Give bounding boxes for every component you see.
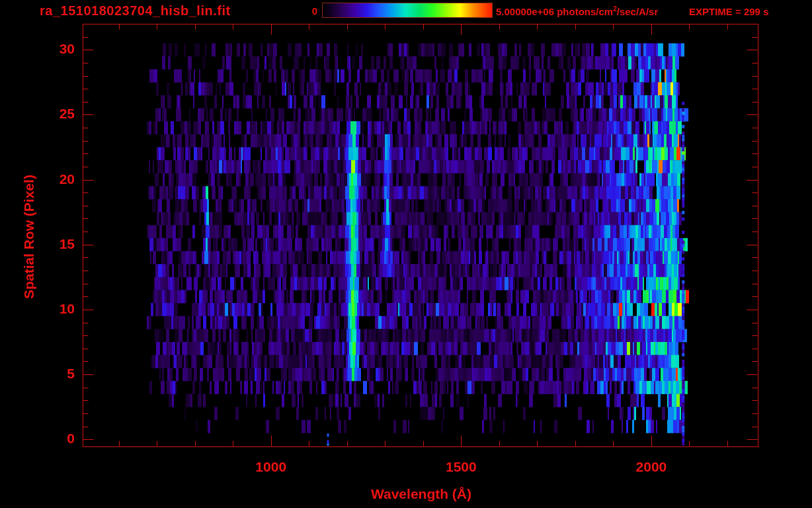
y-tick-label: 20 [34, 171, 75, 187]
x-tick-label: 1500 [446, 459, 477, 475]
exptime-label: EXPTIME = 299 s [689, 6, 768, 17]
colorbar-max-label: 5.00000e+06 photons/cm2/sec/A/sr [496, 5, 658, 17]
colorbar-min-label: 0 [298, 5, 317, 17]
plot-window: ra_151018023704_hisb_lin.fit 0 5.00000e+… [0, 0, 812, 508]
y-tick-label: 15 [34, 236, 75, 252]
y-tick-label: 25 [34, 106, 75, 122]
colorbar-units-post: /sec/A/sr [617, 6, 659, 17]
x-tick-label: 1000 [255, 459, 286, 475]
spectral-heatmap-canvas [0, 0, 812, 508]
x-tick-label: 2000 [636, 459, 667, 475]
y-tick-label: 30 [34, 41, 75, 57]
y-tick-label: 5 [34, 366, 75, 382]
colorbar-units-pre: photons/cm [554, 6, 613, 17]
y-tick-label: 0 [34, 431, 75, 446]
y-tick-label: 10 [34, 301, 75, 317]
file-title: ra_151018023704_hisb_lin.fit [40, 3, 231, 19]
x-axis-title: Wavelength (Å) [371, 486, 471, 502]
colorbar-gradient [322, 3, 493, 18]
colorbar-max-value: 5.00000e+06 [496, 6, 554, 17]
